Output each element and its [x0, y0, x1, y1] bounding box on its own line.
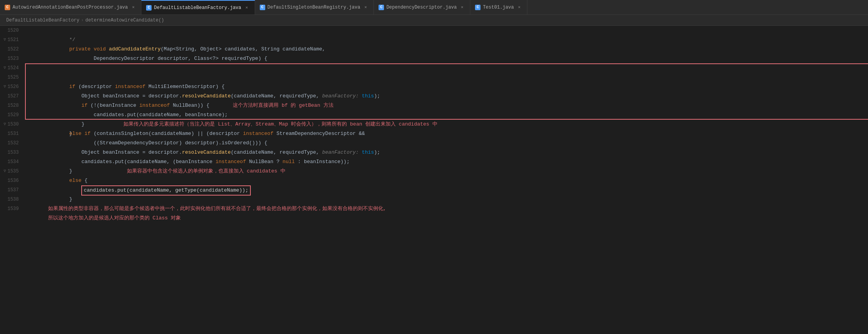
tab-defaultsingleton[interactable]: C DefaultSingletonBeanRegistry.java ×	[255, 0, 374, 15]
line-num-1527: 1527	[0, 92, 20, 101]
line-num-1534: 1534	[0, 157, 20, 167]
code-line-1527: candidates.put(candidateName, beanInstan…	[27, 92, 868, 101]
tab-label-test01: Test01.java	[483, 5, 514, 10]
tab-bar: C AutowiredAnnotationBeanPostProcessor.j…	[0, 0, 868, 15]
code-content: */ private void addCandidateEntry(Map<St…	[23, 26, 868, 334]
code-line-1533: candidates.put(candidateName, (beanInsta…	[27, 148, 868, 157]
breadcrumb-part1[interactable]: DefaultListableBeanFactory	[6, 18, 79, 23]
line-num-1535: ▽1535	[0, 167, 20, 176]
line-num-1524: ▽1524	[0, 63, 20, 73]
tab-icon-dependencydescriptor: C	[379, 5, 384, 10]
line-num-1531: 1531	[0, 129, 20, 138]
code-line-1532: Object beanInstance = descriptor.resolve…	[27, 138, 868, 148]
line-num-1536: 1536	[0, 176, 20, 185]
line-num-1532: 1532	[0, 138, 20, 148]
tab-close-defaultlistable[interactable]: ×	[244, 5, 250, 11]
code-line-1530: else if (containsSingleton(candidateName…	[27, 120, 868, 129]
tab-dependencydescriptor[interactable]: C DependencyDescriptor.java ×	[374, 0, 470, 15]
line-num-1538: 1538	[0, 195, 20, 204]
code-line-1537: }	[27, 185, 868, 195]
code-line-1536: candidates.put(candidateName, getType(ca…	[27, 176, 868, 185]
tab-label-dependencydescriptor: DependencyDescriptor.java	[386, 5, 457, 10]
tab-icon-defaultsingleton: C	[260, 5, 265, 10]
tab-test01[interactable]: C Test01.java ×	[470, 0, 527, 15]
code-line-1525: Object beanInstance = descriptor.resolve…	[27, 73, 868, 82]
tab-icon-test01: C	[475, 5, 480, 10]
code-line-1529: }	[27, 110, 868, 120]
line-num-1525: 1525	[0, 73, 20, 82]
tab-defaultlistable[interactable]: C DefaultListableBeanFactory.java ×	[141, 0, 255, 15]
line-num-1521: ▽1521	[0, 35, 20, 45]
code-line-1531: ((StreamDependencyDescriptor) descriptor…	[27, 129, 868, 138]
tab-label-autowired: AutowiredAnnotationBeanPostProcessor.jav…	[13, 5, 128, 10]
breadcrumb: DefaultListableBeanFactory › determineAu…	[0, 15, 868, 26]
code-line-1526: if (!(beanInstance instanceof NullBean))…	[27, 82, 868, 92]
code-line-1524: if (descriptor instanceof MultiElementDe…	[27, 63, 868, 73]
line-num-1533: 1533	[0, 148, 20, 157]
breadcrumb-separator: ›	[81, 18, 84, 23]
line-num-1539: 1539	[0, 204, 20, 214]
code-line-1520: */	[27, 26, 868, 35]
editor: 1520 ▽1521 1522 1523 ▽1524 1525 ▽1526 15…	[0, 26, 868, 334]
line-numbers: 1520 ▽1521 1522 1523 ▽1524 1525 ▽1526 15…	[0, 26, 23, 334]
tab-close-autowired[interactable]: ×	[130, 4, 136, 11]
tab-label-defaultlistable: DefaultListableBeanFactory.java	[154, 5, 241, 11]
tab-close-defaultsingleton[interactable]: ×	[363, 4, 369, 11]
tab-autowired[interactable]: C AutowiredAnnotationBeanPostProcessor.j…	[0, 0, 141, 15]
line-num-1522: 1522	[0, 45, 20, 54]
code-line-1521: private void addCandidateEntry(Map<Strin…	[27, 35, 868, 45]
line-num-1523: 1523	[0, 54, 20, 63]
line-num-1528: 1528	[0, 101, 20, 110]
line-num-1530: ▽1530	[0, 120, 20, 129]
tab-close-dependencydescriptor[interactable]: ×	[459, 4, 465, 11]
code-line-1538: 如果属性的类型非容器，那么可能是多个候选者中挑一个，此时实例化他们所有就不合适了…	[27, 195, 868, 204]
code-line-1528: }如果传入的是多元素描述符（当注入的是 List、Array、Stream、Ma…	[27, 101, 868, 110]
code-line-1539: 所以这个地方加入的是候选人对应的那个类的 Class 对象	[27, 204, 868, 214]
line-num-1526: ▽1526	[0, 82, 20, 92]
line-num-1520: 1520	[0, 26, 20, 35]
breadcrumb-part2[interactable]: determineAutowireCandidate()	[85, 18, 164, 23]
tab-icon-autowired: C	[5, 5, 10, 10]
tab-icon-defaultlistable: C	[146, 5, 152, 11]
tab-close-test01[interactable]: ×	[516, 4, 522, 11]
code-line-1534: }如果容器中包含这个候选人的单例对象，也直接加入 candidates 中	[27, 157, 868, 167]
line-num-1537: 1537	[0, 185, 20, 195]
code-line-1523	[27, 54, 868, 63]
code-line-1522: DependencyDescriptor descriptor, Class<?…	[27, 45, 868, 54]
line-num-1529: 1529	[0, 110, 20, 120]
tab-label-defaultsingleton: DefaultSingletonBeanRegistry.java	[268, 5, 361, 10]
code-line-1535: else {	[27, 167, 868, 176]
